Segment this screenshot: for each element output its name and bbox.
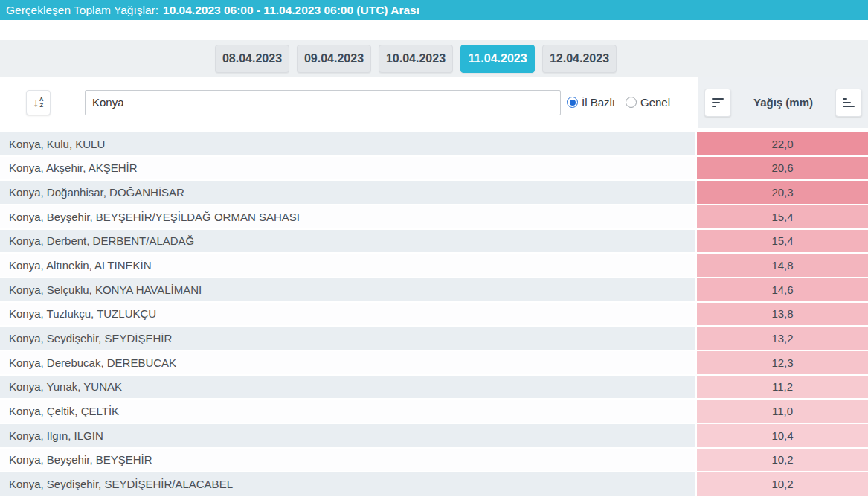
rainfall-value-cell: 11,0	[695, 400, 868, 424]
search-input[interactable]	[85, 90, 561, 115]
table-row: Konya, Selçuklu, KONYA HAVALİMANI14,6	[0, 278, 868, 303]
page-title-prefix: Gerçekleşen Toplam Yağışlar:	[6, 4, 158, 17]
filter-mode-radio[interactable]: İl Bazlı	[567, 96, 615, 109]
table-row: Konya, Kulu, KULU22,0	[0, 132, 868, 157]
table-row: Konya, Yunak, YUNAK11,2	[0, 376, 868, 400]
title-bar: Gerçekleşen Toplam Yağışlar: 10.04.2023 …	[0, 0, 868, 20]
station-name-cell: Konya, Seydişehir, SEYDİŞEHİR	[0, 327, 695, 351]
filter-mode-radios: İl BazlıGenel	[567, 96, 670, 109]
station-name-cell: Konya, Akşehir, AKŞEHİR	[0, 157, 695, 182]
rainfall-value-cell: 13,8	[695, 303, 868, 327]
page-title-date-range: 10.04.2023 06:00 - 11.04.2023 06:00 (UTC…	[163, 4, 419, 17]
radio-label: Genel	[640, 96, 670, 109]
date-tab[interactable]: 12.04.2023	[542, 45, 617, 73]
station-name-cell: Konya, Seydişehir, SEYDİŞEHİR/ALACABEL	[0, 472, 695, 497]
radio-label: İl Bazlı	[582, 96, 615, 109]
table-row: Konya, Seydişehir, SEYDİŞEHİR/ALACABEL10…	[0, 472, 868, 497]
sort-ascending-button[interactable]	[835, 89, 862, 117]
station-name-cell: Konya, Beyşehir, BEYŞEHİR	[0, 449, 695, 473]
rainfall-value-cell: 13,2	[695, 327, 868, 351]
rainfall-value-cell: 14,6	[695, 278, 868, 303]
station-name-cell: Konya, Yunak, YUNAK	[0, 376, 695, 400]
table-row: Konya, Beyşehir, BEYŞEHİR10,2	[0, 449, 868, 473]
sort-alpha-icon: ↓ AZ	[33, 97, 44, 108]
rainfall-value-cell: 11,2	[695, 376, 868, 400]
table-row: Konya, Akşehir, AKŞEHİR20,6	[0, 157, 868, 182]
sort-bars-descending-icon	[712, 98, 724, 107]
station-name-cell: Konya, Ilgın, ILGIN	[0, 424, 695, 449]
table-row: Konya, Ilgın, ILGIN10,4	[0, 424, 868, 449]
rainfall-value-cell: 22,0	[695, 132, 868, 157]
rainfall-value-cell: 10,2	[695, 472, 868, 497]
table-row: Konya, Tuzlukçu, TUZLUKÇU13,8	[0, 303, 868, 327]
station-name-cell: Konya, Derbent, DERBENT/ALADAĞ	[0, 230, 695, 254]
value-column-title: Yağış (mm)	[753, 96, 813, 109]
filter-mode-radio[interactable]: Genel	[626, 96, 670, 109]
rainfall-value-cell: 20,3	[695, 181, 868, 205]
station-name-cell: Konya, Kulu, KULU	[0, 132, 695, 157]
date-tab[interactable]: 10.04.2023	[379, 45, 453, 73]
rainfall-value-cell: 10,2	[695, 449, 868, 473]
station-name-cell: Konya, Doğanhisar, DOĞANHİSAR	[0, 181, 695, 205]
sort-alpha-button[interactable]: ↓ AZ	[26, 90, 51, 115]
table-row: Konya, Doğanhisar, DOĞANHİSAR20,3	[0, 181, 868, 205]
sort-descending-button[interactable]	[704, 89, 731, 117]
rainfall-value-cell: 14,8	[695, 254, 868, 278]
rainfall-value-cell: 12,3	[695, 351, 868, 376]
rainfall-value-cell: 15,4	[695, 205, 868, 230]
date-tab[interactable]: 08.04.2023	[215, 45, 289, 73]
table-row: Konya, Seydişehir, SEYDİŞEHİR13,2	[0, 327, 868, 351]
table-row: Konya, Derbent, DERBENT/ALADAĞ15,4	[0, 230, 868, 254]
sort-bars-ascending-icon	[843, 98, 855, 107]
table-row: Konya, Derebucak, DEREBUCAK12,3	[0, 351, 868, 376]
table-row: Konya, Beyşehir, BEYŞEHİR/YEŞİLDAĞ ORMAN…	[0, 205, 868, 230]
date-tabs: 08.04.202309.04.202310.04.202311.04.2023…	[215, 45, 617, 73]
table-row: Konya, Çeltik, ÇELTİK11,0	[0, 400, 868, 424]
filter-bar: ↓ AZ İl BazlıGenel Yağış (mm)	[0, 77, 868, 128]
rainfall-value-cell: 15,4	[695, 230, 868, 254]
date-tabs-band: 08.04.202309.04.202310.04.202311.04.2023…	[0, 40, 868, 77]
rainfall-page: Gerçekleşen Toplam Yağışlar: 10.04.2023 …	[0, 0, 868, 497]
rainfall-value-cell: 10,4	[695, 424, 868, 449]
station-name-cell: Konya, Selçuklu, KONYA HAVALİMANI	[0, 278, 695, 303]
table-row: Konya, Altınekin, ALTINEKİN14,8	[0, 254, 868, 278]
station-name-cell: Konya, Tuzlukçu, TUZLUKÇU	[0, 303, 695, 327]
station-name-cell: Konya, Derebucak, DEREBUCAK	[0, 351, 695, 376]
radio-icon[interactable]	[626, 97, 637, 108]
radio-icon[interactable]	[567, 97, 578, 108]
station-name-cell: Konya, Çeltik, ÇELTİK	[0, 400, 695, 424]
value-column-header: Yağış (mm)	[697, 77, 868, 128]
station-name-cell: Konya, Altınekin, ALTINEKİN	[0, 254, 695, 278]
station-name-cell: Konya, Beyşehir, BEYŞEHİR/YEŞİLDAĞ ORMAN…	[0, 205, 695, 230]
rainfall-value-cell: 20,6	[695, 157, 868, 182]
rainfall-table: Konya, Kulu, KULU22,0Konya, Akşehir, AKŞ…	[0, 132, 868, 497]
date-tab[interactable]: 11.04.2023	[460, 45, 535, 73]
date-tab[interactable]: 09.04.2023	[297, 45, 371, 73]
